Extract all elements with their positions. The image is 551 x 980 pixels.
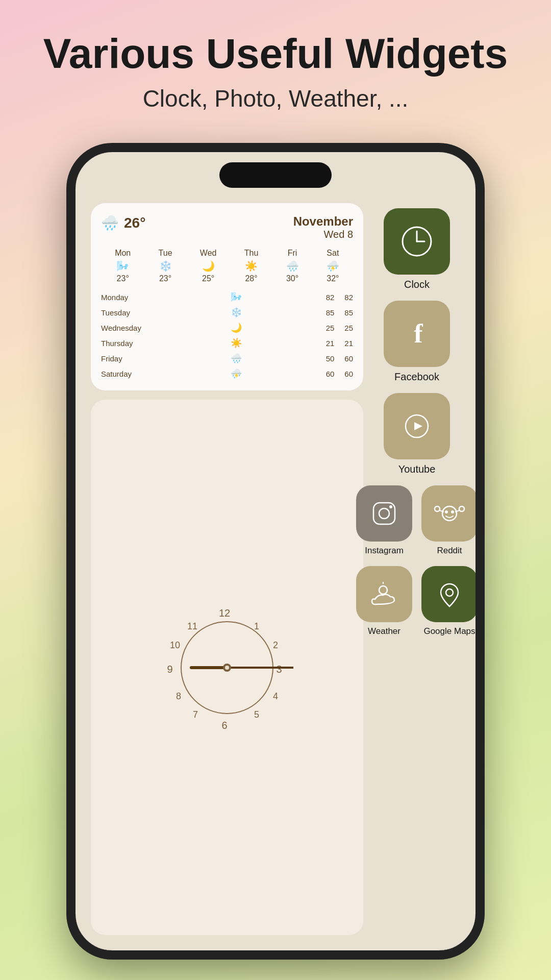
app-clock-icon[interactable]: [384, 208, 450, 275]
weather-date: November Wed 8: [293, 214, 353, 240]
day-tue: Tue ❄️ 23°: [159, 249, 172, 283]
app-weather-icon[interactable]: [356, 566, 412, 622]
svg-point-25: [389, 505, 392, 508]
clock-app-icon-svg: [399, 224, 435, 259]
svg-text:2: 2: [273, 640, 278, 650]
weather-widget: 🌧️ 26° November Wed 8: [91, 203, 363, 390]
svg-point-35: [446, 589, 453, 596]
svg-text:5: 5: [254, 709, 259, 720]
weather-temp-display: 🌧️ 26°: [101, 214, 145, 231]
svg-text:3: 3: [276, 664, 282, 675]
day-wed: Wed 🌙 25°: [200, 249, 217, 283]
app-facebook-icon[interactable]: f: [384, 301, 450, 367]
weather-days-row: Mon 🌬️ 23° Tue ❄️ 23° Wed �: [101, 249, 353, 283]
svg-point-27: [445, 510, 448, 513]
weather-cloud-icon: 🌧️: [101, 214, 119, 231]
weather-maps-row: Weather Google Maps: [373, 566, 460, 636]
svg-text:f: f: [414, 319, 423, 348]
svg-text:12: 12: [219, 607, 230, 619]
youtube-icon-svg: [399, 408, 435, 444]
svg-text:6: 6: [221, 720, 227, 731]
phone-mockup: 🌧️ 26° November Wed 8: [66, 143, 485, 960]
app-maps-wrapper[interactable]: Google Maps: [421, 566, 475, 636]
app-youtube-wrapper[interactable]: Youtube: [373, 393, 460, 475]
app-facebook-wrapper[interactable]: f Facebook: [373, 301, 460, 383]
clock-widget: 12 3 6 9 1 2 11 10 4 5 8: [91, 400, 363, 935]
svg-text:1: 1: [254, 621, 259, 631]
phone-screen: 🌧️ 26° November Wed 8: [76, 152, 475, 950]
reddit-icon-svg: [434, 498, 465, 529]
app-reddit-wrapper[interactable]: Reddit: [421, 485, 475, 556]
detail-saturday: Saturday ⛈️ 6060: [101, 366, 353, 381]
app-weather-label: Weather: [368, 626, 400, 636]
app-instagram-label: Instagram: [365, 546, 404, 556]
right-column: Clock f Facebook: [373, 203, 460, 935]
app-youtube-label: Youtube: [398, 463, 436, 475]
clock-svg: 12 3 6 9 1 2 11 10 4 5 8: [161, 601, 293, 734]
maps-icon-svg: [434, 579, 465, 609]
phone-frame: 🌧️ 26° November Wed 8: [66, 143, 485, 960]
svg-text:10: 10: [170, 640, 180, 650]
app-instagram-icon[interactable]: [356, 485, 412, 542]
app-reddit-icon[interactable]: [421, 485, 475, 542]
app-facebook-label: Facebook: [394, 371, 439, 383]
app-clock-label: Clock: [404, 279, 430, 290]
svg-text:11: 11: [187, 621, 197, 631]
svg-marker-22: [414, 422, 422, 430]
detail-tuesday: Tuesday ❄️ 8585: [101, 305, 353, 320]
svg-point-28: [451, 510, 454, 513]
phone-side-button: [477, 331, 481, 372]
dynamic-island: [219, 162, 332, 188]
svg-text:7: 7: [193, 709, 198, 720]
detail-monday: Monday 🌬️ 8282: [101, 289, 353, 305]
detail-thursday: Thursday ☀️ 2121: [101, 335, 353, 351]
app-weather-wrapper[interactable]: Weather: [356, 566, 412, 636]
svg-point-16: [225, 666, 229, 670]
app-instagram-wrapper[interactable]: Instagram: [356, 485, 412, 556]
svg-point-31: [459, 506, 464, 511]
app-clock-wrapper[interactable]: Clock: [373, 208, 460, 290]
header: Various Useful Widgets Clock, Photo, Wea…: [0, 0, 551, 122]
detail-wednesday: Wednesday 🌙 2525: [101, 320, 353, 335]
analog-clock: 12 3 6 9 1 2 11 10 4 5 8: [161, 601, 293, 734]
instagram-reddit-row: Instagram: [373, 485, 460, 556]
weather-app-icon-svg: [369, 579, 399, 609]
day-mon: Mon 🌬️ 23°: [115, 249, 131, 283]
app-maps-icon[interactable]: [421, 566, 475, 622]
weather-detail-rows: Monday 🌬️ 8282 Tuesday ❄️ 8585 Wednesday: [101, 289, 353, 381]
temperature-value: 26°: [124, 215, 145, 231]
weather-month: November: [293, 214, 353, 229]
main-subtitle: Clock, Photo, Weather, ...: [20, 85, 531, 112]
day-sat: Sat ⛈️ 32°: [327, 249, 339, 283]
svg-point-26: [442, 506, 457, 521]
app-youtube-icon[interactable]: [384, 393, 450, 459]
day-thu: Thu ☀️ 28°: [244, 249, 259, 283]
app-reddit-label: Reddit: [437, 546, 462, 556]
weather-weekday-num: Wed 8: [293, 229, 353, 240]
svg-text:8: 8: [176, 691, 181, 701]
main-title: Various Useful Widgets: [20, 31, 531, 77]
day-fri: Fri 🌧️ 30°: [286, 249, 299, 283]
svg-text:9: 9: [167, 664, 172, 675]
instagram-icon-svg: [369, 499, 399, 528]
svg-point-33: [379, 586, 387, 594]
left-column: 🌧️ 26° November Wed 8: [91, 203, 363, 935]
svg-text:4: 4: [273, 691, 278, 701]
phone-content: 🌧️ 26° November Wed 8: [91, 203, 460, 935]
svg-point-29: [435, 506, 440, 511]
svg-point-24: [379, 508, 389, 519]
detail-friday: Friday 🌧️ 5060: [101, 351, 353, 366]
facebook-icon-svg: f: [399, 316, 435, 352]
app-maps-label: Google Maps: [423, 626, 475, 636]
